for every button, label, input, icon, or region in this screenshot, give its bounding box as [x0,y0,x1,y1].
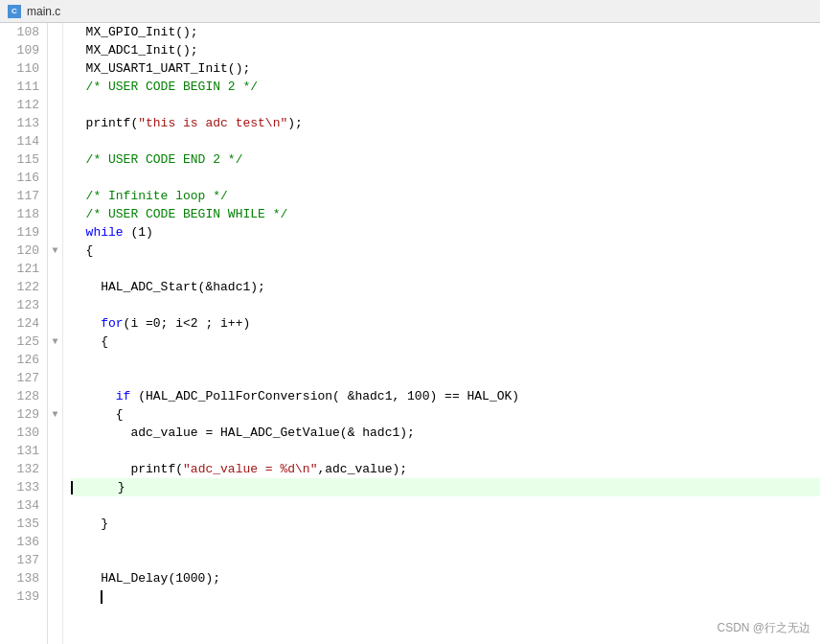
line-number: 120 [6,242,39,260]
code-line: adc_value = HAL_ADC_GetValue(& hadc1); [71,424,820,442]
text-cursor [101,590,102,604]
fold-marker [48,260,62,278]
code-token: ,adc_value); [317,460,407,478]
fold-marker [48,223,62,242]
file-icon: C [8,5,21,18]
fold-marker [48,169,62,187]
fold-marker [48,114,62,132]
fold-marker[interactable]: ▼ [48,242,62,260]
fold-marker [48,41,62,59]
line-number: 126 [6,351,39,369]
file-title: main.c [27,5,60,18]
code-line [71,442,820,460]
line-number: 128 [6,387,39,405]
code-token: /* USER CODE BEGIN WHILE */ [71,205,287,223]
code-line [71,169,820,187]
code-token: while [71,223,124,242]
code-line: MX_USART1_UART_Init(); [71,59,820,78]
code-token: (i =0; i<2 ; i++) [124,314,251,333]
code-token: "this is adc test\n" [138,114,287,132]
line-numbers: 1081091101111121131141151161171181191201… [0,23,48,644]
code-line [71,533,820,551]
code-content[interactable]: MX_GPIO_Init(); MX_ADC1_Init(); MX_USART… [63,23,820,644]
line-number: 132 [6,460,39,478]
line-number: 110 [6,59,39,78]
code-line: printf("adc_value = %d\n",adc_value); [71,460,820,478]
code-line: for(i =0; i<2 ; i++) [71,314,820,333]
code-line: } [71,515,820,533]
line-number: 136 [6,533,39,551]
code-token: /* USER CODE END 2 */ [71,150,242,169]
line-number: 130 [6,424,39,442]
code-area: 1081091101111121131141151161171181191201… [0,23,820,644]
code-line: /* USER CODE BEGIN 2 */ [71,78,820,96]
fold-marker [48,442,62,460]
fold-marker [48,587,62,606]
fold-marker[interactable]: ▼ [48,405,62,424]
line-number: 113 [6,114,39,132]
line-number: 109 [6,41,39,59]
fold-marker [48,424,62,442]
fold-marker [48,460,62,478]
line-number: 116 [6,169,39,187]
editor-wrapper[interactable]: 1081091101111121131141151161171181191201… [0,23,820,644]
line-number: 125 [6,333,39,351]
line-number: 134 [6,496,39,515]
fold-marker [48,369,62,387]
code-token: /* Infinite loop */ [71,187,228,205]
code-line: if (HAL_ADC_PollForConversion( &hadc1, 1… [71,387,820,405]
fold-marker [48,351,62,369]
fold-marker [48,314,62,333]
fold-gutter: ▼▼▼ [48,23,63,644]
code-line [71,551,820,569]
code-line [71,260,820,278]
code-token: printf( [71,460,183,478]
code-token: { [71,405,124,424]
code-token: HAL_Delay(1000); [71,569,220,587]
code-token: HAL_ADC_Start(&hadc1); [71,278,265,296]
fold-marker [48,296,62,314]
fold-marker [48,551,62,569]
line-number: 117 [6,187,39,205]
fold-marker [48,496,62,515]
line-number: 135 [6,515,39,533]
line-number: 108 [6,23,39,41]
editor-container: C main.c 1081091101111121131141151161171… [0,0,820,644]
line-number: 118 [6,205,39,223]
code-line: while (1) [71,223,820,242]
code-line [71,587,820,606]
line-number: 123 [6,296,39,314]
code-line: /* USER CODE BEGIN WHILE */ [71,205,820,223]
code-token: ); [287,114,303,132]
code-line [71,132,820,150]
code-token: (1) [124,223,153,242]
fold-marker [48,533,62,551]
title-bar: C main.c [0,0,820,23]
fold-marker [48,515,62,533]
code-line: MX_ADC1_Init(); [71,41,820,59]
line-number: 131 [6,442,39,460]
fold-marker [48,569,62,587]
line-number: 139 [6,587,39,606]
code-token: for [71,314,124,333]
fold-marker [48,387,62,405]
fold-marker [48,96,62,114]
code-line: HAL_ADC_Start(&hadc1); [71,278,820,296]
code-token [71,587,101,606]
code-line [71,96,820,114]
code-token: MX_USART1_UART_Init(); [71,59,250,78]
code-token: (HAL_ADC_PollForConversion( &hadc1, 100)… [130,387,519,405]
fold-marker [48,59,62,78]
fold-marker [48,478,62,496]
fold-marker [48,78,62,96]
code-token: "adc_value = %d\n" [183,460,317,478]
code-line: MX_GPIO_Init(); [71,23,820,41]
code-line: { [71,242,820,260]
fold-marker [48,23,62,41]
code-token [71,387,116,405]
fold-marker[interactable]: ▼ [48,333,62,351]
code-token: /* USER CODE BEGIN 2 */ [71,78,258,96]
code-token: { [71,242,93,260]
code-line: /* USER CODE END 2 */ [71,150,820,169]
line-number: 127 [6,369,39,387]
